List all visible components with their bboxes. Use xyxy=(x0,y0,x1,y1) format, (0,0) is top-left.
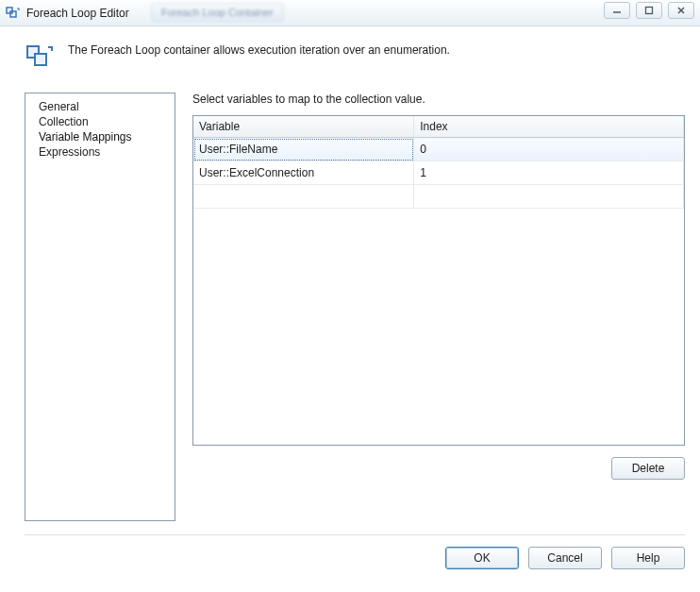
cancel-button[interactable]: Cancel xyxy=(528,547,602,569)
page-navigation: General Collection Variable Mappings Exp… xyxy=(25,93,175,521)
minimize-button[interactable] xyxy=(604,2,630,19)
svg-rect-1 xyxy=(10,11,16,17)
foreach-loop-large-icon xyxy=(25,42,55,72)
svg-rect-0 xyxy=(7,8,12,13)
maximize-button[interactable] xyxy=(636,2,662,19)
delete-button[interactable]: Delete xyxy=(611,457,685,480)
background-tab: Foreach Loop Container xyxy=(151,3,284,22)
cell-index[interactable]: 0 xyxy=(414,138,684,161)
sidebar-item-expressions[interactable]: Expressions xyxy=(31,144,169,160)
window-title: Foreach Loop Editor xyxy=(26,7,129,20)
header-description: The Foreach Loop container allows execut… xyxy=(68,40,450,57)
foreach-loop-editor-window: Foreach Loop Editor Foreach Loop Contain… xyxy=(0,0,700,592)
help-button[interactable]: Help xyxy=(611,547,685,569)
sidebar-item-collection[interactable]: Collection xyxy=(31,114,169,129)
table-row-new[interactable] xyxy=(193,185,684,209)
cell-variable[interactable] xyxy=(193,185,414,209)
variable-mappings-pane: Select variables to map to the collectio… xyxy=(192,93,685,521)
mapping-instruction: Select variables to map to the collectio… xyxy=(192,93,685,106)
column-header-index[interactable]: Index xyxy=(414,116,684,138)
grid-header-row: Variable Index xyxy=(193,116,684,138)
dialog-button-bar: OK Cancel Help xyxy=(25,534,685,569)
window-controls xyxy=(604,2,694,19)
main-area: General Collection Variable Mappings Exp… xyxy=(0,93,700,521)
variable-mapping-grid[interactable]: Variable Index User::FileName 0 User::Ex… xyxy=(192,115,685,446)
header-area: The Foreach Loop container allows execut… xyxy=(0,26,700,93)
table-row[interactable]: User::FileName 0 xyxy=(193,138,684,161)
cell-index[interactable] xyxy=(414,185,684,209)
title-bar: Foreach Loop Editor Foreach Loop Contain… xyxy=(0,0,700,26)
svg-rect-7 xyxy=(35,54,46,65)
cell-variable[interactable]: User::ExcelConnection xyxy=(193,161,414,185)
ok-button[interactable]: OK xyxy=(445,547,519,569)
cell-index[interactable]: 1 xyxy=(414,161,684,185)
sidebar-item-general[interactable]: General xyxy=(31,99,169,114)
svg-rect-3 xyxy=(646,8,653,14)
foreach-loop-icon xyxy=(6,6,21,21)
delete-row: Delete xyxy=(192,457,685,480)
close-button[interactable] xyxy=(668,2,694,19)
background-tab-label: Foreach Loop Container xyxy=(151,3,284,22)
column-header-variable[interactable]: Variable xyxy=(193,116,414,138)
cell-variable[interactable]: User::FileName xyxy=(193,138,414,161)
table-row[interactable]: User::ExcelConnection 1 xyxy=(193,161,684,185)
sidebar-item-variable-mappings[interactable]: Variable Mappings xyxy=(31,129,169,144)
